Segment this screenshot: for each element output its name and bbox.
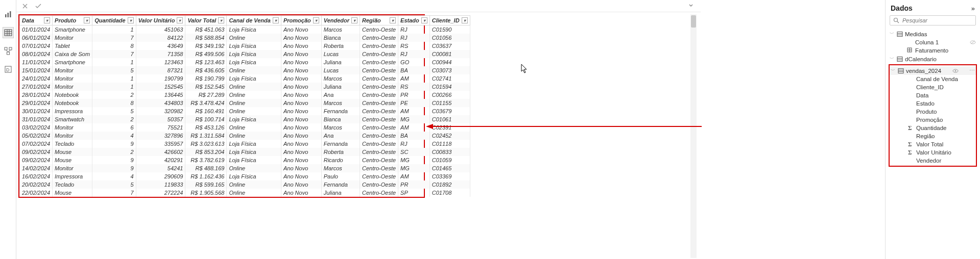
field-node[interactable]: Coluna 1 <box>889 38 977 46</box>
table-row[interactable]: 07/01/2024Tablet843649R$ 349.192Loja Fís… <box>20 42 470 50</box>
table-cell[interactable]: Caixa de Som <box>53 50 92 58</box>
table-cell[interactable]: Ano Novo <box>281 99 321 107</box>
field-node[interactable]: ΣQuantidade <box>890 124 976 132</box>
table-cell[interactable]: AM <box>398 172 430 180</box>
field-node[interactable]: Vendedor <box>890 157 976 165</box>
table-cell[interactable]: R$ 100.714 <box>185 115 227 123</box>
table-cell[interactable]: Online <box>227 107 281 115</box>
filter-dropdown-icon[interactable]: ▾ <box>462 17 468 23</box>
table-cell[interactable]: R$ 588.854 <box>185 34 227 42</box>
filter-dropdown-icon[interactable]: ▾ <box>84 17 90 23</box>
table-cell[interactable]: Tablet <box>53 42 92 50</box>
column-header[interactable]: Canal de Venda▾ <box>227 16 281 25</box>
table-cell[interactable]: Centro-Oeste <box>360 172 398 180</box>
field-node[interactable]: Promoção <box>890 116 976 124</box>
table-cell[interactable]: Centro-Oeste <box>360 66 398 74</box>
column-header[interactable]: Vendedor▾ <box>321 16 360 25</box>
table-cell[interactable]: 327896 <box>136 132 185 140</box>
table-cell[interactable]: C00833 <box>429 148 470 156</box>
table-node[interactable]: ﹀dCalendario <box>889 55 977 63</box>
table-row[interactable]: 15/01/2024Monitor587321R$ 436.605OnlineA… <box>20 66 470 74</box>
table-cell[interactable]: 87321 <box>136 66 185 74</box>
column-header[interactable]: Promoção▾ <box>281 16 321 25</box>
table-cell[interactable]: Marcos <box>321 164 360 172</box>
table-cell[interactable]: RJ <box>398 50 430 58</box>
table-cell[interactable]: 8 <box>92 99 136 107</box>
table-cell[interactable]: R$ 1.162.436 <box>185 172 227 180</box>
table-cell[interactable]: Loja Física <box>227 115 281 123</box>
table-cell[interactable]: Online <box>227 189 281 197</box>
table-cell[interactable]: MG <box>398 156 430 164</box>
table-cell[interactable]: Centro-Oeste <box>360 42 398 50</box>
table-cell[interactable]: 14/02/2024 <box>20 164 53 172</box>
table-cell[interactable]: Juliana <box>321 189 360 197</box>
table-cell[interactable]: Monitor <box>53 83 92 91</box>
table-cell[interactable]: 05/02/2024 <box>20 132 53 140</box>
table-cell[interactable]: R$ 123.463 <box>185 58 227 66</box>
table-cell[interactable]: Monitor <box>53 132 92 140</box>
table-cell[interactable]: R$ 349.192 <box>185 42 227 50</box>
table-cell[interactable]: SP <box>398 189 430 197</box>
table-cell[interactable]: Centro-Oeste <box>360 140 398 148</box>
table-cell[interactable]: Loja Física <box>227 172 281 180</box>
table-cell[interactable]: Ana <box>321 91 360 99</box>
table-cell[interactable]: Marcos <box>321 25 360 34</box>
table-row[interactable]: 08/01/2024Caixa de Som771358R$ 499.506Lo… <box>20 50 470 58</box>
table-cell[interactable]: 119833 <box>136 180 185 189</box>
table-cell[interactable]: Ana <box>321 132 360 140</box>
field-node[interactable]: Data <box>890 91 976 99</box>
table-cell[interactable]: PR <box>398 91 430 99</box>
table-cell[interactable]: 50357 <box>136 115 185 123</box>
field-node[interactable]: Estado <box>890 99 976 108</box>
table-row[interactable]: 31/01/2024Smartwatch250357R$ 100.714Loja… <box>20 115 470 123</box>
table-cell[interactable]: AM <box>398 107 430 115</box>
table-cell[interactable]: SC <box>398 148 430 156</box>
table-row[interactable]: 22/02/2024Mouse7272224R$ 1.905.568Online… <box>20 189 470 197</box>
table-cell[interactable]: Ano Novo <box>281 107 321 115</box>
table-cell[interactable]: 190799 <box>136 74 185 83</box>
table-cell[interactable]: AM <box>398 74 430 83</box>
table-cell[interactable]: Loja Física <box>227 140 281 148</box>
table-cell[interactable]: Centro-Oeste <box>360 156 398 164</box>
cancel-icon[interactable] <box>20 2 30 11</box>
table-cell[interactable]: Ano Novo <box>281 58 321 66</box>
table-cell[interactable]: 1 <box>92 74 136 83</box>
table-row[interactable]: 03/02/2024Monitor675521R$ 453.126OnlineA… <box>20 123 470 132</box>
table-cell[interactable]: 2 <box>92 148 136 156</box>
column-header[interactable]: Valor Total▾ <box>185 16 227 25</box>
table-row[interactable]: 05/02/2024Monitor4327896R$ 1.311.584Onli… <box>20 132 470 140</box>
table-cell[interactable]: Centro-Oeste <box>360 83 398 91</box>
table-cell[interactable]: 4 <box>92 172 136 180</box>
filter-dropdown-icon[interactable]: ▾ <box>44 17 50 23</box>
table-cell[interactable]: 22/02/2024 <box>20 189 53 197</box>
table-view-icon[interactable] <box>3 28 13 38</box>
table-cell[interactable]: BA <box>398 132 430 140</box>
table-cell[interactable]: R$ 190.799 <box>185 74 227 83</box>
table-row[interactable]: 16/02/2024Impressora4290609R$ 1.162.436L… <box>20 172 470 180</box>
table-cell[interactable]: Online <box>227 91 281 99</box>
table-cell[interactable]: R$ 853.204 <box>185 148 227 156</box>
filter-dropdown-icon[interactable]: ▾ <box>421 17 427 23</box>
table-cell[interactable]: 8 <box>92 42 136 50</box>
table-cell[interactable]: 06/01/2024 <box>20 34 53 42</box>
table-cell[interactable]: Bianca <box>321 34 360 42</box>
table-cell[interactable]: Smartphone <box>53 58 92 66</box>
table-cell[interactable]: R$ 3.782.619 <box>185 156 227 164</box>
table-cell[interactable]: C01590 <box>429 25 470 34</box>
visibility-icon[interactable] <box>952 68 959 73</box>
table-cell[interactable]: Ricardo <box>321 156 360 164</box>
table-cell[interactable]: Ano Novo <box>281 164 321 172</box>
table-cell[interactable]: 9 <box>92 140 136 148</box>
table-cell[interactable]: 7 <box>92 189 136 197</box>
table-cell[interactable]: 123463 <box>136 58 185 66</box>
table-cell[interactable]: 4 <box>92 132 136 140</box>
table-cell[interactable]: 08/01/2024 <box>20 50 53 58</box>
table-cell[interactable]: R$ 599.165 <box>185 180 227 189</box>
expand-formula-icon[interactable] <box>688 2 696 10</box>
table-row[interactable]: 20/02/2024Teclado5119833R$ 599.165Online… <box>20 180 470 189</box>
table-cell[interactable]: Mouse <box>53 156 92 164</box>
table-cell[interactable]: Online <box>227 132 281 140</box>
field-node[interactable]: Canal de Venda <box>890 75 976 83</box>
table-cell[interactable]: Centro-Oeste <box>360 189 398 197</box>
table-cell[interactable]: Ano Novo <box>281 148 321 156</box>
